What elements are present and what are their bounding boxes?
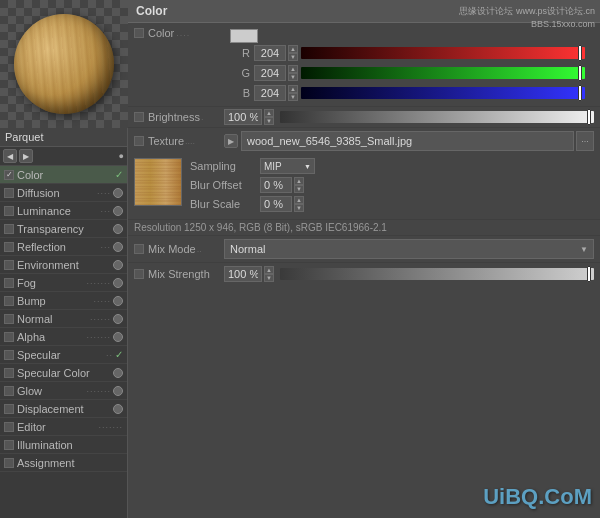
- texture-properties: Sampling MIP ▼ Blur Offset ▲ ▼ Blur Scal…: [190, 158, 594, 215]
- channel-item-transparency[interactable]: Transparency: [0, 220, 127, 238]
- channel-label-normal: Normal: [17, 313, 90, 325]
- blur-offset-input[interactable]: [260, 177, 292, 193]
- mix-mode-arrow-icon: ▼: [580, 245, 588, 254]
- sampling-select[interactable]: MIP ▼: [260, 158, 315, 174]
- channel-checkbox-glow[interactable]: [4, 386, 14, 396]
- channel-checkbox-luminance[interactable]: [4, 206, 14, 216]
- channel-checkbox-transparency[interactable]: [4, 224, 14, 234]
- g-down-button[interactable]: ▼: [288, 73, 298, 81]
- b-slider-handle: [578, 85, 582, 101]
- channel-item-diffusion[interactable]: Diffusion ····: [0, 184, 127, 202]
- blur-offset-label: Blur Offset: [190, 179, 260, 191]
- channel-checkbox-reflection[interactable]: [4, 242, 14, 252]
- channel-item-glow[interactable]: Glow ·······: [0, 382, 127, 400]
- channel-item-luminance[interactable]: Luminance ···: [0, 202, 127, 220]
- channel-label-alpha: Alpha: [17, 331, 86, 343]
- texture-checkbox[interactable]: [134, 136, 144, 146]
- r-slider[interactable]: [301, 47, 585, 59]
- r-up-button[interactable]: ▲: [288, 45, 298, 53]
- blur-scale-down-button[interactable]: ▼: [294, 204, 304, 212]
- r-value-input[interactable]: [254, 45, 286, 61]
- channel-item-bump[interactable]: Bump ·····: [0, 292, 127, 310]
- b-slider[interactable]: [301, 87, 585, 99]
- texture-more-button[interactable]: ···: [576, 131, 594, 151]
- channel-checkbox-normal[interactable]: [4, 314, 14, 324]
- channel-checkbox-specular[interactable]: [4, 350, 14, 360]
- channel-checkbox-color[interactable]: ✓: [4, 170, 14, 180]
- brightness-slider[interactable]: [280, 111, 594, 123]
- texture-thumbnail[interactable]: [134, 158, 182, 206]
- channel-checkbox-editor[interactable]: [4, 422, 14, 432]
- next-material-button[interactable]: ▶: [19, 149, 33, 163]
- brightness-checkbox[interactable]: [134, 112, 144, 122]
- b-down-button[interactable]: ▼: [288, 93, 298, 101]
- brightness-up-button[interactable]: ▲: [264, 109, 274, 117]
- channel-item-specular-color[interactable]: Specular Color: [0, 364, 127, 382]
- mix-strength-checkbox[interactable]: [134, 269, 144, 279]
- channel-item-assignment[interactable]: Assignment: [0, 454, 127, 472]
- channel-checkbox-environment[interactable]: [4, 260, 14, 270]
- channel-item-alpha[interactable]: Alpha ·······: [0, 328, 127, 346]
- channel-label-glow: Glow: [17, 385, 86, 397]
- blur-offset-down-button[interactable]: ▼: [294, 185, 304, 193]
- channel-item-editor[interactable]: Editor ·······: [0, 418, 127, 436]
- texture-thumb-wood: [135, 159, 181, 205]
- channel-checkbox-fog[interactable]: [4, 278, 14, 288]
- channel-label-environment: Environment: [17, 259, 111, 271]
- brightness-label: Brightness .: [134, 111, 224, 123]
- g-up-button[interactable]: ▲: [288, 65, 298, 73]
- channel-item-fog[interactable]: Fog ·······: [0, 274, 127, 292]
- channel-checkbox-assignment[interactable]: [4, 458, 14, 468]
- b-up-button[interactable]: ▲: [288, 85, 298, 93]
- mix-strength-input[interactable]: [224, 266, 262, 282]
- color-checkbox[interactable]: [134, 28, 144, 38]
- channel-item-normal[interactable]: Normal ······: [0, 310, 127, 328]
- channel-checkbox-bump[interactable]: [4, 296, 14, 306]
- b-label: B: [230, 87, 250, 99]
- brightness-down-button[interactable]: ▼: [264, 117, 274, 125]
- mix-mode-select[interactable]: Normal ▼: [224, 239, 594, 259]
- material-preview-sphere: [14, 14, 114, 114]
- mix-mode-checkbox[interactable]: [134, 244, 144, 254]
- resolution-text: Resolution 1250 x 946, RGB (8 Bit), sRGB…: [128, 220, 600, 236]
- mix-strength-up-button[interactable]: ▲: [264, 266, 274, 274]
- brightness-input[interactable]: [224, 109, 262, 125]
- blur-offset-up-button[interactable]: ▲: [294, 177, 304, 185]
- prev-material-button[interactable]: ◀: [3, 149, 17, 163]
- channel-label-luminance: Luminance: [17, 205, 100, 217]
- channel-checkbox-specular-color[interactable]: [4, 368, 14, 378]
- blur-scale-input[interactable]: [260, 196, 292, 212]
- blur-scale-up-button[interactable]: ▲: [294, 196, 304, 204]
- sampling-label: Sampling: [190, 160, 260, 172]
- channel-label-color: Color: [17, 169, 113, 181]
- channel-item-specular[interactable]: Specular ·· ✓: [0, 346, 127, 364]
- sampling-row: Sampling MIP ▼: [190, 158, 594, 174]
- uibq-watermark: UiBQ.CoM: [483, 484, 592, 510]
- channel-item-environment[interactable]: Environment: [0, 256, 127, 274]
- g-slider[interactable]: [301, 67, 585, 79]
- mix-mode-label: Mix Mode ..: [134, 243, 224, 255]
- b-value-input[interactable]: [254, 85, 286, 101]
- channel-checkbox-illumination[interactable]: [4, 440, 14, 450]
- g-value-input[interactable]: [254, 65, 286, 81]
- r-slider-handle: [578, 45, 582, 61]
- channel-item-color[interactable]: ✓ Color ✓: [0, 166, 127, 184]
- channel-checkbox-alpha[interactable]: [4, 332, 14, 342]
- channel-checkbox-displacement[interactable]: [4, 404, 14, 414]
- color-property-row: Color .... R ▲ ▼ G: [128, 23, 600, 107]
- channel-label-assignment: Assignment: [17, 457, 123, 469]
- mix-strength-slider[interactable]: [280, 268, 594, 280]
- channel-item-illumination[interactable]: Illumination: [0, 436, 127, 454]
- channel-label-transparency: Transparency: [17, 223, 111, 235]
- channel-circle-fog: [113, 278, 123, 288]
- mix-strength-spinner: ▲ ▼: [264, 266, 274, 282]
- channel-item-reflection[interactable]: Reflection ···: [0, 238, 127, 256]
- color-swatch[interactable]: [230, 29, 258, 43]
- channel-item-displacement[interactable]: Displacement: [0, 400, 127, 418]
- mix-strength-down-button[interactable]: ▼: [264, 274, 274, 282]
- channel-circle-diffusion: [113, 188, 123, 198]
- channel-checkbox-diffusion[interactable]: [4, 188, 14, 198]
- r-down-button[interactable]: ▼: [288, 53, 298, 61]
- texture-play-button[interactable]: ▶: [224, 134, 238, 148]
- color-label: Color ....: [134, 27, 224, 39]
